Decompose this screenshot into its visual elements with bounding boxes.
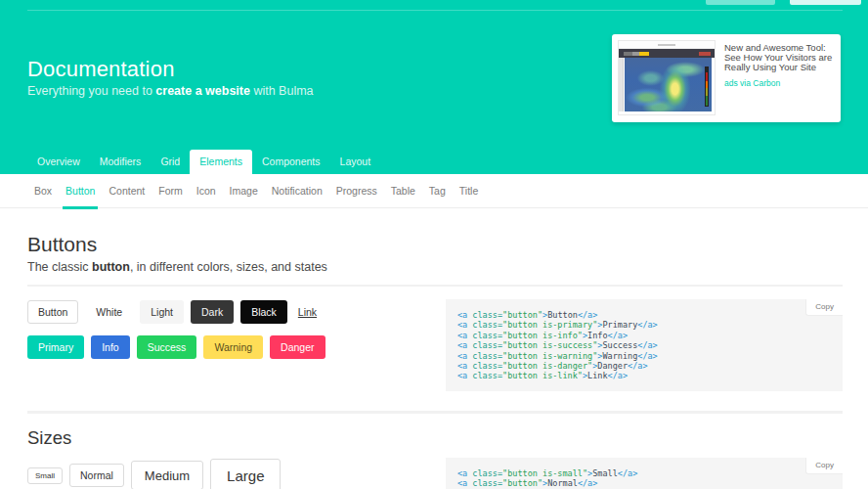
code-token: <a: [457, 310, 467, 320]
subnav-item-tag[interactable]: Tag: [422, 174, 453, 207]
buttons-preview-column: Button White Light Dark Black Link Prima…: [27, 299, 430, 359]
button-primary[interactable]: Primary: [27, 335, 84, 359]
button-normal[interactable]: Normal: [69, 464, 124, 487]
navbar-cutoff-button-1[interactable]: [706, 0, 775, 5]
code-token: class=: [467, 361, 502, 371]
subnav-item-form[interactable]: Form: [152, 174, 190, 207]
subtitle-text-suffix: with Bulma: [250, 84, 314, 98]
tab-elements[interactable]: Elements: [190, 150, 252, 174]
code-token: "button is-danger": [502, 361, 592, 371]
code-token: </a>: [628, 361, 647, 371]
copy-button[interactable]: Copy: [805, 299, 843, 316]
button-dark[interactable]: Dark: [191, 300, 234, 324]
subnav-item-content[interactable]: Content: [102, 174, 152, 207]
code-token: <a: [457, 320, 467, 330]
hero-header: Documentation Everything you need to cre…: [0, 0, 868, 174]
subnav-item-title[interactable]: Title: [453, 174, 485, 207]
code-token: Warning: [602, 351, 637, 361]
subnav-item-progress[interactable]: Progress: [329, 174, 384, 207]
tab-layout[interactable]: Layout: [330, 150, 381, 174]
section-divider-2: [27, 411, 843, 414]
code-wrapper: <a class="button">Button</a><a class="bu…: [446, 299, 843, 391]
code-token: </a>: [637, 340, 657, 350]
code-token: "button is-small": [502, 468, 587, 478]
code-token: "button is-link": [502, 371, 583, 380]
code-token: class=: [467, 351, 502, 361]
code-line: <a class="button is-success">Success</a>: [457, 340, 831, 350]
button-link[interactable]: Link: [294, 300, 321, 324]
code-token: class=: [467, 320, 502, 330]
tab-grid[interactable]: Grid: [151, 150, 190, 174]
code-line: <a class="button is-info">Info</a>: [457, 331, 831, 340]
code-token: </a>: [637, 351, 657, 361]
code-token: Button: [547, 310, 578, 320]
ad-heat-scalebar: [705, 67, 709, 107]
button-info[interactable]: Info: [91, 335, 130, 359]
ad-text-block: New and Awesome Tool: See How Your Visit…: [724, 40, 836, 116]
subnav-item-image[interactable]: Image: [223, 174, 265, 207]
button-success[interactable]: Success: [137, 335, 197, 359]
code-token: class=: [467, 478, 502, 488]
code-token: Danger: [597, 361, 628, 371]
tab-modifiers[interactable]: Modifiers: [90, 150, 152, 174]
elements-subnav: Box Button Content Form Icon Image Notif…: [0, 174, 868, 208]
button-large[interactable]: Large: [210, 459, 281, 489]
section-divider: [27, 285, 843, 287]
tab-overview[interactable]: Overview: [27, 150, 90, 174]
button-warning[interactable]: Warning: [203, 335, 263, 359]
button-danger[interactable]: Danger: [270, 335, 325, 359]
code-token: class=: [467, 371, 502, 380]
subnav-item-table[interactable]: Table: [384, 174, 422, 207]
sizes-code-column: <a class="button is-small">Small</a><a c…: [446, 458, 843, 489]
buttons-code-column: <a class="button">Button</a><a class="bu…: [446, 299, 843, 391]
navbar-cutoff-button-2[interactable]: [790, 0, 861, 5]
code-token: Success: [602, 340, 637, 350]
main-content: Buttons The classic button, in different…: [0, 233, 868, 489]
button-black[interactable]: Black: [240, 300, 287, 324]
code-line: <a class="button is-small">Small</a>: [457, 468, 831, 478]
code-wrapper: <a class="button is-small">Small</a><a c…: [446, 458, 843, 489]
button-medium[interactable]: Medium: [131, 461, 203, 489]
tab-components[interactable]: Components: [252, 150, 330, 174]
code-token: </a>: [608, 371, 628, 380]
code-token: <a: [457, 361, 467, 371]
ad-heatmap-area: [625, 58, 712, 111]
button-white[interactable]: White: [85, 300, 133, 324]
code-token: <a: [457, 468, 467, 478]
button-light[interactable]: Light: [140, 300, 184, 324]
code-line: <a class="button is-danger">Danger</a>: [457, 361, 831, 371]
buttons-section: Buttons The classic button, in different…: [27, 233, 843, 414]
code-token: Info: [587, 331, 607, 340]
code-token: </a>: [637, 320, 657, 330]
buttons-example: Button White Light Dark Black Link Prima…: [27, 299, 843, 391]
carbon-ad[interactable]: New and Awesome Tool: See How Your Visit…: [612, 34, 841, 122]
copy-button[interactable]: Copy: [805, 458, 843, 474]
code-token: </a>: [578, 478, 597, 488]
code-line: <a class="button is-primary">Primary</a>: [457, 320, 831, 330]
code-line: <a class="button">Normal</a>: [457, 478, 831, 488]
ad-headline[interactable]: New and Awesome Tool: See How Your Visit…: [724, 43, 836, 72]
button-row-sizes: Small Normal Medium Large: [27, 459, 430, 489]
buttons-section-title: Buttons: [27, 233, 843, 256]
subnav-item-icon[interactable]: Icon: [190, 174, 223, 207]
button-default[interactable]: Button: [27, 300, 78, 324]
ad-heatmap-image[interactable]: [618, 40, 716, 115]
code-line: <a class="button is-link">Link</a>: [457, 371, 831, 380]
sizes-example: Small Normal Medium Large <a class="butt…: [27, 458, 843, 489]
buttons-subtitle-prefix: The classic: [27, 260, 92, 274]
ad-sidebar-strip: [619, 58, 624, 111]
buttons-subtitle-bold: button: [92, 260, 130, 274]
sizes-code-snippet: <a class="button is-small">Small</a><a c…: [446, 458, 843, 489]
button-row-neutral: Button White Light Dark Black Link: [27, 300, 430, 324]
code-token: "button": [502, 478, 542, 488]
subtitle-bold-text: create a website: [155, 84, 250, 98]
ad-attribution-link[interactable]: ads via Carbon: [724, 78, 780, 88]
button-small[interactable]: Small: [27, 467, 63, 484]
code-token: "button is-info": [502, 331, 583, 340]
subnav-item-notification[interactable]: Notification: [265, 174, 329, 207]
button-row-colors: Primary Info Success Warning Danger: [27, 335, 430, 359]
sizes-preview-column: Small Normal Medium Large: [27, 458, 430, 489]
code-token: <a: [457, 331, 467, 340]
subnav-item-box[interactable]: Box: [27, 174, 59, 207]
subnav-item-button[interactable]: Button: [59, 174, 102, 207]
